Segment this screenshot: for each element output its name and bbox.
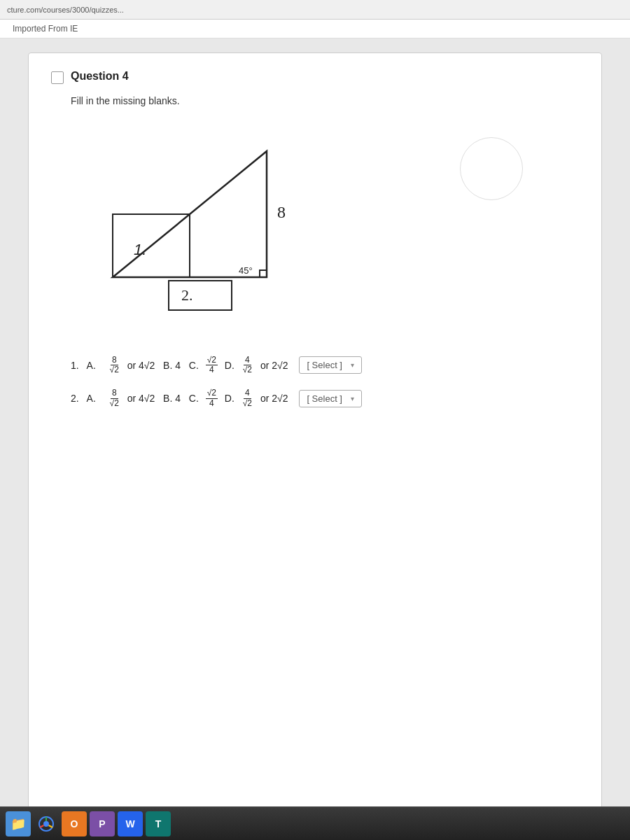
row1-optionC-label: C.	[186, 360, 202, 371]
row2-dropdown-arrow: ▾	[351, 395, 354, 402]
answer-row-2: 2. A. 8 √2 or 4√2 B. 4 C. √2 4 D. 4 √2 o…	[71, 388, 579, 407]
row1-or2: or 2√2	[258, 360, 290, 371]
question-card: Question 4 Fill in the missing blanks.	[28, 52, 602, 822]
row1-label: 1. A.	[71, 360, 102, 371]
question-instruction: Fill in the missing blanks.	[71, 95, 579, 106]
triangle-diagram: 1. 8 45° 2.	[71, 123, 337, 319]
page-background: Question 4 Fill in the missing blanks.	[0, 38, 630, 836]
row1-optionB: B. 4	[160, 360, 183, 371]
svg-text:1.: 1.	[134, 241, 146, 258]
row1-select-label: [ Select ]	[307, 360, 342, 370]
row2-optionD-fraction: 4 √2	[241, 388, 253, 407]
taskbar-teal-icon[interactable]: T	[146, 811, 171, 836]
row2-select-dropdown[interactable]: [ Select ] ▾	[299, 390, 362, 407]
taskbar-chrome-icon[interactable]	[34, 811, 59, 836]
taskbar-file-icon[interactable]: 📁	[6, 811, 31, 836]
taskbar-orange-icon[interactable]: O	[62, 811, 87, 836]
row2-optionC-label: C.	[186, 393, 202, 404]
browser-address-bar: cture.com/courses/3000/quizzes...	[0, 0, 630, 20]
row2-label: 2. A.	[71, 393, 102, 404]
svg-text:2.: 2.	[181, 286, 193, 304]
row2-or2: or 2√2	[258, 393, 290, 404]
question-title: Question 4	[71, 70, 129, 83]
svg-rect-5	[169, 281, 232, 310]
row1-dropdown-arrow: ▾	[351, 361, 354, 369]
svg-line-11	[40, 825, 44, 827]
row1-optionC-fraction: √2 4	[206, 356, 218, 374]
question-header: Question 4	[51, 70, 579, 84]
row2-optionB: B. 4	[160, 393, 183, 404]
row1-or1: or 4√2	[125, 360, 158, 371]
imported-label: Imported From IE	[0, 20, 630, 38]
diagram-container: 1. 8 45° 2.	[71, 123, 579, 333]
row1-optionD-label: D.	[222, 360, 237, 371]
svg-line-10	[49, 825, 53, 827]
row2-select-label: [ Select ]	[307, 393, 342, 404]
row2-or1: or 4√2	[125, 393, 158, 404]
svg-point-8	[43, 821, 49, 827]
svg-text:8: 8	[277, 203, 286, 221]
row2-optionD-label: D.	[222, 393, 237, 404]
answer-row-1: 1. A. 8 √2 or 4√2 B. 4 C. √2 4 D. 4 √2 o…	[71, 356, 579, 374]
question-checkbox[interactable]	[51, 71, 64, 84]
row1-optionA-fraction: 8 √2	[108, 356, 120, 374]
circle-decoration	[460, 137, 523, 200]
svg-text:45°: 45°	[239, 265, 253, 276]
row2-optionA-fraction: 8 √2	[108, 388, 120, 407]
row1-optionD-fraction: 4 √2	[241, 356, 253, 374]
taskbar-blue-icon[interactable]: W	[118, 811, 143, 836]
row2-optionC-fraction: √2 4	[206, 388, 218, 407]
taskbar: 📁 O P W T	[0, 806, 630, 840]
row1-select-dropdown[interactable]: [ Select ] ▾	[299, 356, 362, 374]
taskbar-purple-icon[interactable]: P	[90, 811, 115, 836]
